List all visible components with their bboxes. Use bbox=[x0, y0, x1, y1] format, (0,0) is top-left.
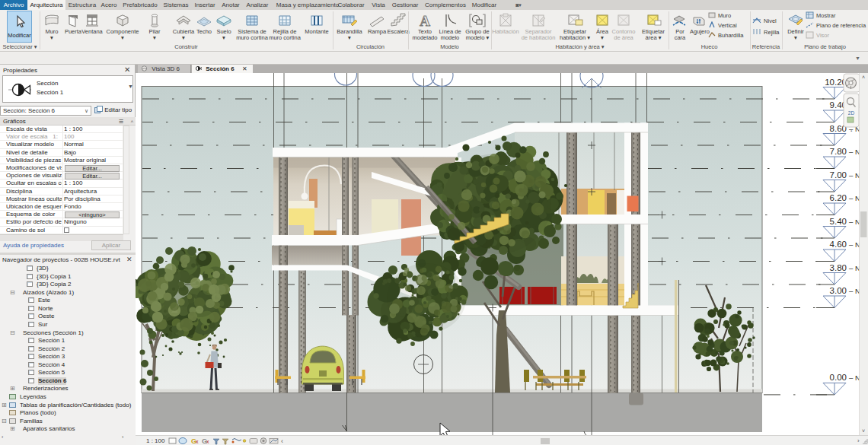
svg-text:7.00: 7.00 bbox=[830, 170, 847, 180]
svg-text:6.20: 6.20 bbox=[830, 193, 847, 202]
svg-text:x: x bbox=[196, 439, 199, 444]
svg-text:– N: – N bbox=[849, 373, 860, 382]
svg-text:– N: – N bbox=[849, 194, 860, 202]
svg-text:– N: – N bbox=[849, 218, 860, 226]
svg-text:‹: ‹ bbox=[281, 437, 283, 445]
svg-text:– N: – N bbox=[849, 240, 860, 249]
svg-text:– N: – N bbox=[849, 287, 860, 295]
svg-text:3.80: 3.80 bbox=[830, 263, 847, 272]
svg-text:– N: – N bbox=[849, 264, 860, 272]
svg-text:7.80: 7.80 bbox=[830, 147, 847, 156]
svg-text:x: x bbox=[206, 439, 209, 444]
svg-text:5.40: 5.40 bbox=[830, 217, 847, 226]
svg-text:A: A bbox=[420, 13, 430, 28]
svg-text:– N: – N bbox=[849, 148, 860, 156]
svg-text:˅: ˅ bbox=[862, 428, 865, 434]
svg-text:2D: 2D bbox=[848, 110, 855, 116]
svg-text:– N: – N bbox=[849, 171, 860, 180]
svg-text:4.60: 4.60 bbox=[830, 240, 847, 249]
svg-text:0.00: 0.00 bbox=[830, 373, 847, 382]
svg-text:▪: ▪ bbox=[850, 129, 852, 133]
svg-text:˄: ˄ bbox=[862, 75, 865, 80]
svg-text:3.00: 3.00 bbox=[830, 286, 847, 295]
